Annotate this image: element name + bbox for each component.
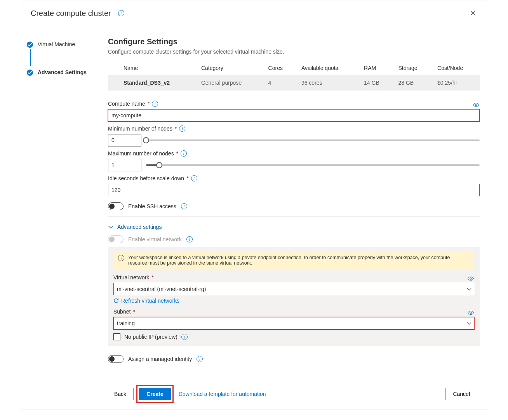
section-subtitle: Configure compute cluster settings for y…	[108, 49, 480, 55]
col-quota: Available quota	[296, 61, 358, 75]
max-nodes-input[interactable]	[108, 159, 141, 171]
step-advanced-settings[interactable]: Advanced Settings	[26, 67, 92, 78]
required-marker: *	[186, 175, 188, 181]
download-template-link[interactable]: Download a template for automation	[179, 391, 266, 397]
info-icon[interactable]: i	[179, 125, 185, 132]
idle-seconds-input[interactable]	[108, 184, 480, 196]
step-virtual-machine[interactable]: Virtual Machine	[26, 39, 92, 50]
col-ram: RAM	[358, 61, 393, 75]
check-icon	[27, 70, 33, 76]
min-nodes-slider[interactable]	[146, 139, 480, 141]
enable-ssh-label: Enable SSH access	[128, 203, 176, 209]
advanced-settings-block: i Your workspace is linked to a virtual …	[108, 247, 480, 346]
info-icon[interactable]: i	[118, 10, 124, 16]
enable-ssh-toggle[interactable]	[108, 202, 124, 210]
preview-icon[interactable]	[467, 276, 474, 281]
vnet-label: Virtual network	[113, 274, 149, 281]
preview-icon[interactable]	[467, 310, 474, 315]
close-icon[interactable]: ✕	[468, 7, 477, 19]
subnet-label: Subnet	[113, 308, 130, 315]
content: Configure Settings Configure compute clu…	[97, 27, 487, 379]
required-marker: *	[133, 308, 135, 315]
assign-identity-toggle[interactable]	[108, 355, 124, 363]
max-nodes-slider[interactable]	[146, 164, 480, 166]
required-marker: *	[175, 125, 177, 132]
required-marker: *	[148, 101, 150, 107]
col-storage: Storage	[393, 61, 432, 75]
preview-icon[interactable]	[473, 103, 480, 107]
advanced-settings-expander[interactable]: Advanced settings	[108, 221, 480, 233]
info-icon[interactable]: i	[197, 356, 203, 362]
required-marker: *	[176, 150, 178, 157]
footer: Back Create Download a template for auto…	[21, 379, 487, 410]
page-title: Create compute cluster	[31, 9, 111, 18]
col-name: Name	[108, 61, 196, 75]
required-marker: *	[151, 274, 153, 281]
min-nodes-label: Minimum number of nodes	[108, 125, 172, 132]
info-icon[interactable]: i	[186, 236, 193, 242]
section-title: Configure Settings	[108, 37, 480, 46]
refresh-vnets-link[interactable]: Refresh virtual networks	[113, 298, 179, 304]
col-cost: Cost/Node	[432, 61, 480, 75]
body: Virtual Machine Advanced Settings Config…	[21, 27, 487, 379]
topbar: Create compute cluster i ✕	[21, 0, 487, 27]
assign-identity-label: Assign a managed identity	[128, 356, 192, 362]
create-button[interactable]: Create	[139, 388, 171, 400]
back-button[interactable]: Back	[107, 388, 134, 400]
info-icon: i	[118, 255, 124, 261]
col-category: Category	[196, 61, 263, 75]
no-public-ip-label: No public IP (preview)	[124, 334, 177, 340]
create-compute-panel: Create compute cluster i ✕ Virtual Machi…	[21, 0, 487, 410]
table-row[interactable]: Standard_DS3_v2 General purpose 4 96 cor…	[108, 75, 480, 91]
vm-size-table: Name Category Cores Available quota RAM …	[108, 61, 480, 91]
info-icon[interactable]: i	[181, 150, 187, 157]
compute-name-label: Compute name	[108, 101, 145, 107]
col-cores: Cores	[263, 61, 296, 75]
compute-name-input[interactable]	[108, 109, 480, 122]
subnet-select[interactable]	[113, 317, 474, 329]
enable-vnet-toggle	[108, 235, 124, 243]
info-icon[interactable]: i	[152, 101, 158, 107]
chevron-down-icon	[108, 224, 113, 230]
info-icon[interactable]: i	[191, 175, 197, 181]
enable-vnet-label: Enable virtual network	[128, 236, 182, 242]
idle-seconds-label: Idle seconds before scale down	[108, 175, 184, 181]
refresh-icon	[113, 298, 119, 303]
info-strip: i Your workspace is linked to a virtual …	[113, 251, 474, 270]
min-nodes-input[interactable]	[108, 134, 141, 146]
create-highlight: Create	[137, 386, 172, 402]
steps-sidebar: Virtual Machine Advanced Settings	[21, 27, 97, 379]
cancel-button[interactable]: Cancel	[445, 388, 477, 400]
vnet-select[interactable]	[113, 283, 474, 295]
check-icon	[27, 42, 33, 48]
no-public-ip-checkbox[interactable]	[113, 333, 120, 340]
max-nodes-label: Maximum number of nodes	[108, 150, 174, 157]
info-icon[interactable]: i	[181, 334, 188, 340]
info-icon[interactable]: i	[181, 203, 187, 209]
